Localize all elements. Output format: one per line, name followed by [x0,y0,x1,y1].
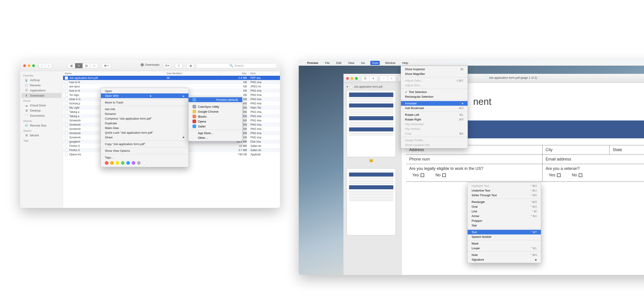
zoom-out-button[interactable]: − [380,75,388,81]
menu-item[interactable]: Mask [468,241,541,246]
open-with-submenu[interactable]: Preview (default)ColorSync UtilityGoogle… [188,96,242,141]
sidebar-item[interactable]: 📡AirDrop [22,77,62,82]
menu-item[interactable]: Signature▶ [468,257,541,262]
zoom-button[interactable] [355,77,358,80]
menu-item[interactable]: Add Bookmark⌘D [401,106,468,110]
menu-item[interactable]: Note⌃⌘N [468,253,541,257]
search-field[interactable]: 🔍 Search [196,63,277,68]
context-menu-item[interactable]: Rename [101,111,188,116]
tag-dot[interactable] [116,161,119,165]
checkbox[interactable] [420,173,424,177]
context-menu-item[interactable]: Copy “Job application form.pdf” [101,142,188,146]
action-menu-button[interactable]: ⚙▾ [163,63,171,68]
menu-item[interactable]: Speech Bubble [468,235,541,239]
checkbox[interactable] [557,173,560,177]
minimize-button[interactable] [28,64,30,67]
open-with-item[interactable]: ColorSync Utility [188,104,242,109]
context-menu-item[interactable]: Make Alias [101,126,188,130]
annotate-submenu[interactable]: Highlight Text⌃⌘HUnderline Text⌃⌘UStrike… [467,182,541,263]
zoom-in-button[interactable]: + [388,75,396,81]
open-with-item[interactable]: Google Chrome [188,109,242,114]
tools-menu[interactable]: Show Inspector⌘IShow MagnifierAdjust Col… [401,66,468,148]
context-menu-item[interactable]: Share [101,135,188,140]
file-row[interactable]: how to hi KB PNG ima [63,80,280,84]
tag-colors[interactable] [101,160,188,166]
context-menu-item[interactable]: Open With▶ [101,93,188,98]
tag-dot[interactable] [121,161,124,165]
menu-item[interactable]: Show Magnifier [401,71,468,76]
context-menu-item[interactable]: Open [101,89,188,93]
zoom-button[interactable] [32,64,35,67]
sidebar-menu-button[interactable]: ▾ [370,75,378,81]
open-with-item[interactable]: Safari [188,124,242,129]
col-size[interactable]: Size [220,71,249,75]
open-with-item[interactable]: Opera [188,119,242,124]
share-button[interactable]: ⇧ [175,63,182,68]
menubar-item[interactable]: Go [360,61,366,65]
tags-button[interactable]: ◑ [186,63,194,68]
open-with-item[interactable]: Other… [188,135,242,140]
context-menu-item[interactable]: Get Info [101,107,188,111]
menu-item[interactable]: Text Selection [401,90,468,94]
context-menu-item[interactable]: Show View Options [101,148,188,153]
menu-bar[interactable]: PreviewFileEditViewGoToolsWindowHelp [299,60,644,66]
menu-item[interactable]: Arrow⌃⌘A [468,214,541,218]
menu-item[interactable]: Oval⌃⌘O [468,204,541,209]
list-view-button[interactable]: ≡ [75,63,83,68]
context-menu-item[interactable]: Tags… [101,155,188,160]
minimize-button[interactable] [350,77,353,80]
col-date[interactable]: Date Modifiedˇ [165,71,220,75]
sidebar-item[interactable]: ☁iCloud Drive [22,103,62,108]
open-with-item[interactable]: Preview (default) [188,97,242,102]
sidebar-item[interactable]: 🕘Recents [22,83,62,88]
tag-dot[interactable] [105,161,108,165]
menubar-item[interactable]: File [324,61,331,65]
tag-dot[interactable] [142,161,146,165]
menu-item[interactable]: Show Inspector⌘I [401,67,468,71]
tag-dot[interactable] [126,161,130,165]
menubar-item[interactable]: Window [384,61,397,65]
context-menu-item[interactable]: Duplicate [101,121,188,126]
view-switcher[interactable]: ▦ ≡ ▥ ▭ [68,63,98,68]
forward-button[interactable]: › [45,63,52,68]
checkbox[interactable] [442,173,446,177]
sidebar-item[interactable]: 📄Documents [22,113,62,118]
open-with-item[interactable]: iBooks [188,114,242,119]
tag-dot[interactable] [137,161,141,165]
sidebar-item[interactable]: ⬇Downloads [22,93,62,98]
tag-dot[interactable] [110,161,114,165]
menu-item[interactable]: Polygon [468,218,541,223]
menu-item[interactable]: Rectangle⌃⌘R [468,200,541,204]
close-button[interactable] [346,77,349,80]
tag-dot[interactable] [132,161,135,165]
thumbnail-sidebar[interactable]: ▾📄Job application form.pdf 1 [344,83,402,275]
menu-item[interactable]: Rotate Right⌘R [401,117,468,122]
menu-item[interactable]: Line⌃⌘I [468,209,541,214]
col-kind[interactable]: Kind [249,71,280,75]
menu-item[interactable]: Star [468,223,541,228]
menu-item[interactable]: Rotate Left⌘L [401,112,468,117]
context-menu[interactable]: OpenOpen With▶Move to TrashGet InfoRenam… [100,88,189,167]
file-row[interactable]: Job application form.pdf 38 2.4 MB PDF d… [63,76,280,80]
page-thumbnail-1[interactable]: 1 [346,90,396,157]
sidebar-toggle-button[interactable]: ☰ [361,75,370,81]
close-button[interactable] [23,64,26,67]
menu-item[interactable]: Rectangular Selection [401,94,468,99]
column-view-button[interactable]: ▥ [83,63,90,68]
menubar-item[interactable]: Edit [335,61,342,65]
context-menu-item[interactable]: Move to Trash [101,100,188,105]
menu-item[interactable]: Text⌃⌘T [468,230,541,235]
back-button[interactable]: ‹ [38,63,45,68]
open-with-item[interactable]: App Store… [188,131,242,135]
page-thumbnail-2[interactable] [346,168,396,235]
menu-item[interactable]: Underline Text⌃⌘U [468,188,541,193]
menubar-item[interactable]: Help [401,61,410,65]
sidebar-item[interactable]: ⒶApplications [22,88,62,93]
checkbox[interactable] [579,173,582,177]
gallery-view-button[interactable]: ▭ [90,63,98,68]
menu-item[interactable]: Annotate▶ [401,101,468,106]
menubar-item[interactable]: View [347,61,356,65]
col-name[interactable]: Name [63,71,165,75]
arrange-button[interactable]: ▦ ▾ [102,63,111,68]
context-menu-item[interactable]: Quick Look “Job application form.pdf” [101,130,188,135]
